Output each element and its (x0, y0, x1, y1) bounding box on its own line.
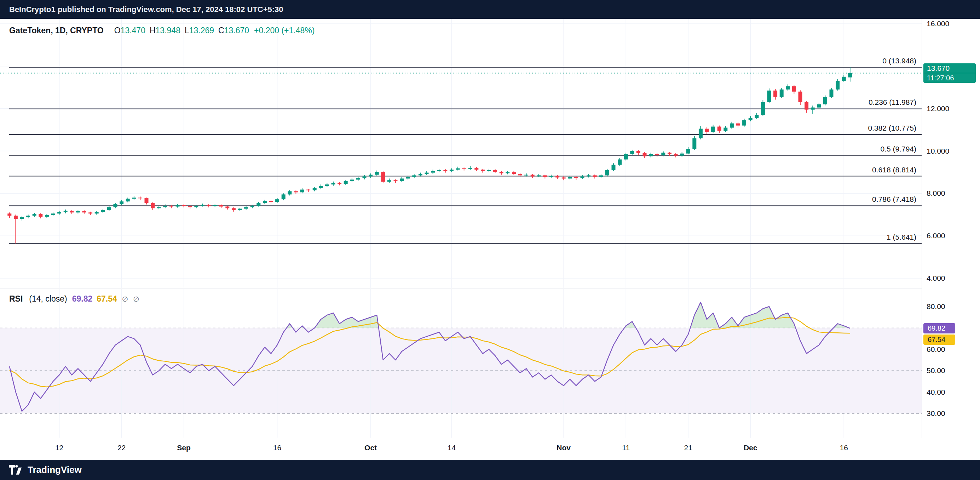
candle-body (742, 120, 746, 126)
candle-body (443, 170, 447, 171)
candle-body (238, 209, 242, 210)
publish-banner-text: BeInCrypto1 published on TradingView.com… (9, 5, 283, 14)
candle-body (182, 205, 186, 206)
candle-body (387, 180, 391, 182)
candle-body (126, 199, 130, 201)
rsi-ma-value: 67.54 (97, 294, 117, 303)
fib-level-label: 0.618 (8.814) (775, 165, 916, 175)
candle-body (57, 212, 61, 214)
tradingview-brand-text[interactable]: TradingView (28, 464, 82, 475)
rsi-pane-chart[interactable] (0, 289, 922, 438)
candle-body (562, 177, 566, 179)
time-axis-label[interactable]: Oct (350, 443, 392, 452)
price-pane-legend: GateToken, 1D, CRYPTOO13.470H13.948L13.2… (9, 26, 315, 35)
candle-body (481, 169, 485, 171)
candle-body (8, 214, 11, 215)
candle-body (636, 151, 640, 153)
price-axis-label: 4.000 (927, 273, 945, 284)
candle-body (718, 127, 721, 131)
bar-countdown: 11:27:06 (923, 73, 976, 83)
candle-body (543, 175, 547, 177)
time-axis-label[interactable]: 16 (256, 443, 299, 452)
candle-body (114, 204, 118, 207)
candle-body (792, 86, 796, 92)
time-axis-label[interactable]: 12 (38, 443, 81, 452)
candle-body (369, 175, 372, 177)
candle-body (138, 198, 142, 198)
chart-region[interactable]: GateToken, 1D, CRYPTOO13.470H13.948L13.2… (0, 19, 980, 460)
candle-body (350, 179, 354, 181)
price-axis-label: 12.000 (927, 104, 949, 114)
pane-separator[interactable] (0, 288, 980, 289)
low-label: L (185, 26, 189, 35)
close-label: C (218, 26, 224, 35)
candle-body (661, 153, 665, 155)
time-axis-label[interactable]: 16 (822, 443, 865, 452)
time-axis-label[interactable]: 14 (430, 443, 473, 452)
fib-level-label: 0.236 (11.987) (775, 97, 916, 107)
candle-body (331, 183, 336, 184)
candle-body (755, 115, 759, 118)
candle-body (394, 180, 398, 181)
candle-body (612, 164, 616, 170)
candle-body (232, 208, 235, 210)
candle-body (250, 206, 255, 207)
hide-source-icon[interactable]: ∅ (133, 295, 139, 303)
fib-level-label: 0.786 (7.418) (775, 195, 916, 204)
rsi-params: (14, close) (29, 294, 67, 303)
candle-body (500, 172, 503, 173)
candle-body (132, 198, 136, 199)
candle-body (225, 206, 229, 208)
tradingview-logo[interactable] (8, 464, 23, 476)
candle-body (506, 172, 509, 173)
rsi-axis-label: 80.00 (927, 301, 945, 312)
candle-body (381, 172, 385, 182)
fib-level-label: 0.5 (9.794) (775, 144, 916, 154)
high-label: H (150, 26, 156, 35)
time-axis[interactable]: 1222Sep16Oct14Nov1121Dec16 (0, 438, 980, 460)
time-axis-label[interactable]: 22 (100, 443, 143, 452)
time-axis-label[interactable]: Sep (163, 443, 205, 452)
candle-body (145, 198, 149, 203)
candle-body (780, 89, 784, 97)
price-axis-label: 16.000 (927, 18, 949, 29)
rsi-title[interactable]: RSI (9, 294, 23, 303)
time-axis-label[interactable]: 11 (605, 443, 647, 452)
candle-body (169, 206, 173, 206)
price-axis[interactable]: 16.00014.00012.00010.0008.0006.0004.0008… (922, 19, 980, 460)
fib-level-label: 1 (5.641) (775, 232, 916, 242)
candle-body (736, 124, 740, 126)
time-axis-label[interactable]: Dec (729, 443, 772, 452)
rsi-axis-label: 40.00 (927, 387, 945, 397)
candle-body (649, 154, 653, 156)
candle-body (301, 190, 304, 193)
candle-body (587, 175, 590, 176)
candle-body (555, 176, 559, 177)
candle-body (64, 210, 68, 212)
low-value: 13.269 (189, 26, 214, 35)
candle-body (194, 206, 198, 207)
candle-body (400, 179, 404, 181)
symbol-title[interactable]: GateToken, 1D, CRYPTO (9, 26, 103, 35)
rsi-axis-label: 60.00 (927, 344, 945, 355)
last-price-badge: 13.670 11:27:06 (923, 63, 976, 83)
publish-banner: BeInCrypto1 published on TradingView.com… (0, 0, 980, 19)
candle-body (668, 153, 671, 154)
rsi-value-badge: 69.82 (923, 323, 955, 333)
candle-body (518, 174, 522, 175)
fib-level-label: 0.382 (10.775) (775, 123, 916, 133)
candle-body (462, 169, 466, 169)
candle-body (437, 170, 441, 171)
time-axis-label[interactable]: 21 (667, 443, 710, 452)
hide-source-icon[interactable]: ∅ (122, 295, 128, 303)
candle-body (38, 214, 43, 217)
candle-body (45, 215, 49, 217)
candle-body (363, 176, 366, 178)
time-axis-label[interactable]: Nov (542, 443, 585, 452)
candle-body (418, 174, 422, 175)
candle-body (26, 215, 30, 217)
candle-body (412, 175, 416, 177)
candle-body (749, 118, 752, 120)
candle-body (20, 217, 24, 219)
candle-body (680, 154, 684, 156)
